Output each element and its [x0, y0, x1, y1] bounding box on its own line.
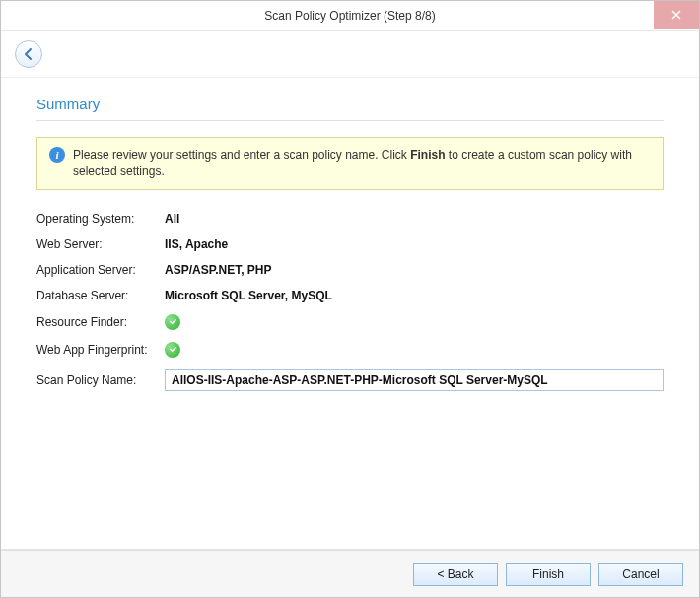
- label-resource-finder: Resource Finder:: [36, 308, 165, 336]
- info-icon: i: [49, 147, 65, 163]
- label-scan-policy-name: Scan Policy Name:: [36, 364, 165, 397]
- value-web-server: IIS, Apache: [165, 232, 664, 257]
- label-app-server: Application Server:: [36, 257, 165, 283]
- check-icon: [165, 314, 180, 330]
- info-banner: i Please review your settings and enter …: [36, 137, 664, 190]
- wizard-window: Scan Policy Optimizer (Step 8/8) Summary…: [0, 0, 700, 598]
- label-db-server: Database Server:: [36, 283, 165, 308]
- info-prefix: Please review your settings and enter a …: [73, 148, 410, 162]
- finish-button[interactable]: Finish: [506, 563, 591, 586]
- value-os: All: [165, 206, 664, 232]
- value-db-server: Microsoft SQL Server, MySQL: [165, 283, 664, 308]
- section-title: Summary: [36, 96, 664, 112]
- info-banner-text: Please review your settings and enter a …: [73, 147, 651, 180]
- info-bold: Finish: [410, 148, 445, 162]
- row-scan-policy-name: Scan Policy Name:: [36, 364, 664, 397]
- settings-table: Operating System: All Web Server: IIS, A…: [36, 206, 664, 397]
- section-divider: [36, 120, 664, 121]
- row-web-app-fingerprint: Web App Fingerprint:: [36, 336, 664, 364]
- label-web-app-fingerprint: Web App Fingerprint:: [36, 336, 165, 364]
- label-web-server: Web Server:: [36, 232, 165, 257]
- check-icon: [165, 342, 180, 358]
- titlebar: Scan Policy Optimizer (Step 8/8): [1, 1, 699, 31]
- cell-scan-policy-input: [165, 364, 664, 397]
- back-button[interactable]: < Back: [413, 563, 498, 586]
- value-resource-finder: [165, 308, 664, 336]
- close-button[interactable]: [654, 1, 699, 29]
- cancel-button[interactable]: Cancel: [598, 563, 683, 586]
- arrow-left-icon: [22, 47, 35, 61]
- value-app-server: ASP/ASP.NET, PHP: [165, 257, 664, 283]
- value-web-app-fingerprint: [165, 336, 664, 364]
- topbar: [1, 31, 699, 78]
- row-os: Operating System: All: [36, 206, 664, 232]
- footer: < Back Finish Cancel: [1, 550, 699, 597]
- label-os: Operating System:: [36, 206, 165, 232]
- back-nav-button[interactable]: [15, 40, 42, 68]
- scan-policy-name-input[interactable]: [165, 369, 664, 391]
- row-resource-finder: Resource Finder:: [36, 308, 664, 336]
- close-icon: [671, 10, 681, 20]
- content-area: Summary i Please review your settings an…: [1, 78, 699, 549]
- row-db-server: Database Server: Microsoft SQL Server, M…: [36, 283, 664, 308]
- window-title: Scan Policy Optimizer (Step 8/8): [264, 9, 435, 23]
- row-app-server: Application Server: ASP/ASP.NET, PHP: [36, 257, 664, 283]
- row-web-server: Web Server: IIS, Apache: [36, 232, 664, 257]
